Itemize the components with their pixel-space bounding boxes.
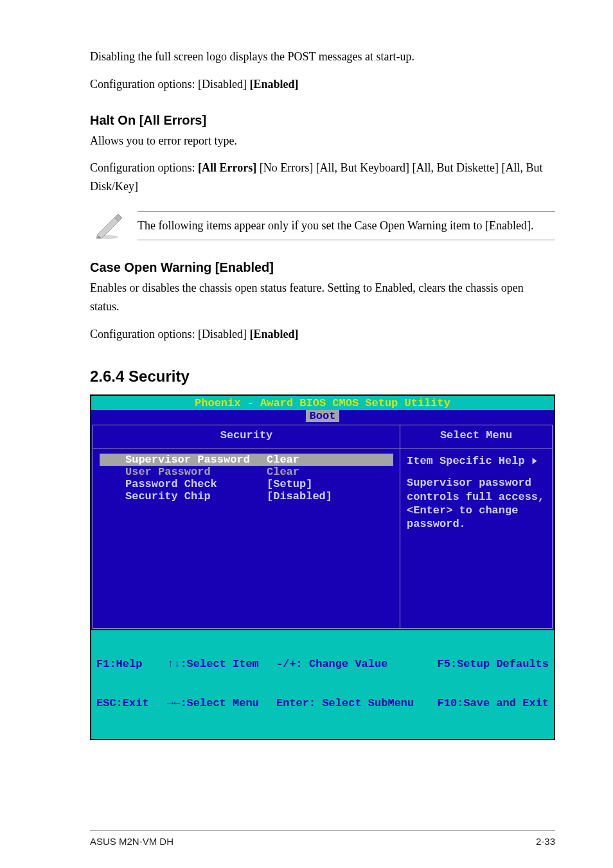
bios-footer-f1: F1:Help	[96, 658, 167, 671]
bios-footer-select-item: ↑↓:Select Item	[167, 658, 276, 671]
bios-footer-f10: F10:Save and Exit	[437, 697, 549, 710]
bios-label: Security Chip	[100, 490, 267, 502]
heading-case-open: Case Open Warning [Enabled]	[90, 260, 555, 275]
text: Item Specific Help	[407, 455, 525, 467]
bios-right-body: Item Specific Help ▶ Supervisor password…	[400, 448, 552, 628]
bios-label: User Password	[100, 466, 267, 478]
paragraph-case-open: Enables or disables the chassis open sta…	[90, 279, 555, 316]
heading-security: 2.6.4 Security	[90, 368, 555, 385]
text-bold: [All Errors]	[198, 161, 256, 174]
paragraph-fullscreen-logo: Disabling the full screen logo displays …	[90, 48, 555, 66]
text: Configuration options: [Disabled]	[90, 328, 249, 341]
bios-left-panel: Security Supervisor Password Clear User …	[93, 425, 400, 629]
text-bold: [Enabled]	[249, 78, 298, 91]
bios-label: Password Check	[100, 478, 267, 490]
bios-footer-esc: ESC:Exit	[96, 697, 167, 710]
note-block: The following items appear only if you s…	[90, 211, 555, 241]
note-pen-icon	[90, 211, 126, 241]
note-text: The following items appear only if you s…	[138, 211, 555, 240]
bios-footer: F1:Help ESC:Exit ↑↓:Select Item →←:Selec…	[91, 630, 554, 738]
bios-footer-select-menu: →←:Select Menu	[167, 697, 276, 710]
config-options-logo: Configuration options: [Disabled] [Enabl…	[90, 75, 555, 94]
bios-footer-select-submenu: Enter: Select SubMenu	[276, 697, 437, 710]
triangle-right-icon: ▶	[532, 454, 537, 467]
bios-tab-boot: Boot	[306, 410, 340, 423]
bios-footer-change-value: -/+: Change Value	[276, 658, 437, 671]
bios-tab-row: Boot	[91, 410, 554, 424]
bios-screenshot: Phoenix - Award BIOS CMOS Setup Utility …	[90, 394, 555, 740]
text: Configuration options:	[90, 161, 198, 174]
footer-product: ASUS M2N-VM DH	[90, 836, 173, 847]
bios-help-body: Supervisor password controls full access…	[407, 476, 546, 531]
text-bold: [Enabled]	[249, 328, 298, 341]
paragraph-halt-on: Allows you to error report type.	[90, 132, 555, 150]
bios-row-security-chip: Security Chip [Disabled]	[100, 490, 393, 502]
footer-page-number: 2-33	[536, 836, 555, 847]
bios-left-header: Security	[93, 425, 400, 448]
bios-row-password-check: Password Check [Setup]	[100, 478, 393, 490]
text: Configuration options: [Disabled]	[90, 78, 249, 91]
bios-help-title: Item Specific Help ▶	[407, 454, 546, 467]
bios-value: [Setup]	[267, 478, 393, 490]
bios-value: [Disabled]	[267, 490, 393, 502]
bios-value: Clear	[267, 466, 393, 478]
bios-right-header: Select Menu	[400, 425, 552, 448]
bios-footer-f5: F5:Setup Defaults	[437, 658, 549, 671]
heading-halt-on: Halt On [All Errors]	[90, 113, 555, 128]
bios-row-user: User Password Clear	[100, 466, 393, 478]
bios-row-supervisor: Supervisor Password Clear	[100, 454, 393, 466]
config-options-case: Configuration options: [Disabled] [Enabl…	[90, 325, 555, 344]
bios-value: Clear	[267, 454, 393, 466]
bios-left-body: Supervisor Password Clear User Password …	[93, 448, 400, 628]
bios-right-panel: Select Menu Item Specific Help ▶ Supervi…	[400, 425, 553, 629]
page-footer: ASUS M2N-VM DH 2-33	[90, 830, 555, 847]
config-options-halt: Configuration options: [All Errors] [No …	[90, 159, 555, 196]
bios-title: Phoenix - Award BIOS CMOS Setup Utility	[91, 396, 554, 410]
bios-label: Supervisor Password	[100, 454, 267, 466]
